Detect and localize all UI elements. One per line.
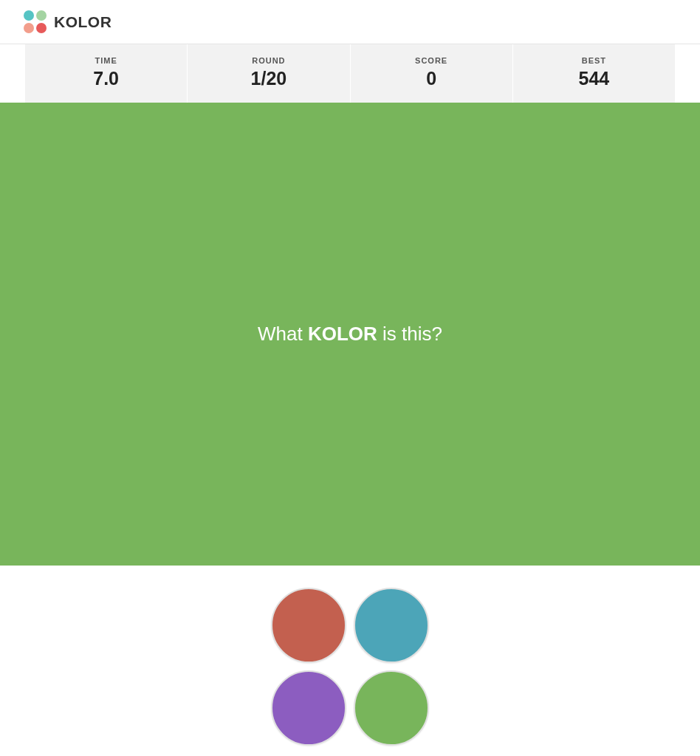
logo[interactable]: KOLOR xyxy=(24,10,111,33)
stat-best: BEST 544 xyxy=(513,44,675,103)
stat-score-label: SCORE xyxy=(351,56,512,65)
question-post: is this? xyxy=(377,323,442,345)
stat-best-value: 544 xyxy=(513,68,675,89)
stat-time-value: 7.0 xyxy=(25,68,187,89)
choice-teal[interactable] xyxy=(354,588,429,663)
stat-round-value: 1/20 xyxy=(188,68,349,89)
header: KOLOR xyxy=(0,0,700,44)
question-text: What KOLOR is this? xyxy=(258,323,442,346)
stat-score: SCORE 0 xyxy=(351,44,513,103)
logo-dots-icon xyxy=(24,10,47,33)
choice-red[interactable] xyxy=(271,588,346,663)
stat-time-label: TIME xyxy=(25,56,187,65)
question-bold: KOLOR xyxy=(308,323,377,345)
stats-bar: TIME 7.0 ROUND 1/20 SCORE 0 BEST 544 xyxy=(0,44,700,103)
target-color-area: What KOLOR is this? xyxy=(0,103,700,566)
stat-score-value: 0 xyxy=(351,68,512,89)
stat-time: TIME 7.0 xyxy=(25,44,188,103)
choice-purple[interactable] xyxy=(271,670,346,746)
stat-round-label: ROUND xyxy=(188,56,349,65)
stat-round: ROUND 1/20 xyxy=(188,44,350,103)
choice-green[interactable] xyxy=(354,670,429,746)
question-pre: What xyxy=(258,323,308,345)
brand-name: KOLOR xyxy=(54,13,111,31)
color-choices xyxy=(0,566,700,746)
stat-best-label: BEST xyxy=(513,56,675,65)
